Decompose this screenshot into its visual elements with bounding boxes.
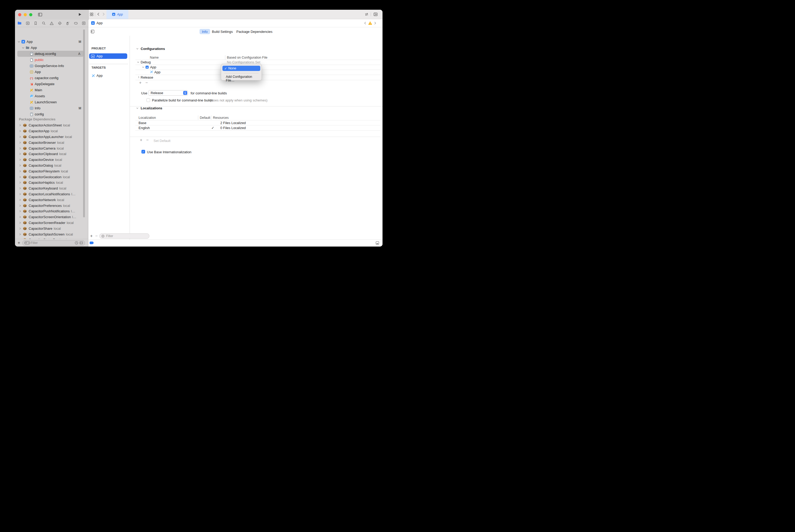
close-window-button[interactable]	[18, 13, 21, 16]
localization-row-name[interactable]: Base	[138, 121, 147, 125]
remove-target-button[interactable]: −	[95, 234, 97, 238]
tree-row-file[interactable]: Assets	[15, 93, 88, 99]
section-disclosure-icon[interactable]	[136, 107, 138, 109]
tree-row-file-selected[interactable]: debug.xconfig A	[17, 51, 83, 57]
row-disclosure-icon[interactable]	[137, 76, 140, 78]
section-disclosure-icon[interactable]	[136, 48, 138, 50]
bookmarks-navigator-icon[interactable]	[34, 21, 38, 25]
config-row-release[interactable]: Release	[141, 75, 153, 79]
column-divider[interactable]	[225, 55, 225, 60]
breakpoints-toggle[interactable]	[90, 242, 94, 244]
row-disclosure-icon[interactable]	[137, 61, 139, 63]
go-back-icon[interactable]	[96, 12, 100, 16]
package-row[interactable]: CapacitorApp local	[15, 128, 88, 134]
tab-overview-icon[interactable]	[90, 12, 94, 16]
run-button[interactable]	[78, 13, 82, 16]
issue-navigator-icon[interactable]	[50, 21, 54, 25]
menu-item-none-selected[interactable]: ✓ None	[222, 66, 260, 71]
warning-icon[interactable]	[368, 21, 372, 25]
previous-issue-icon[interactable]	[364, 22, 367, 25]
source-control-status-icon[interactable]	[79, 241, 83, 245]
package-row[interactable]: CapacitorCamera local	[15, 145, 88, 151]
package-row[interactable]: CapacitorActionSheet local	[15, 122, 88, 128]
navigator-filter-field[interactable]	[22, 240, 85, 246]
go-forward-icon[interactable]	[102, 12, 106, 16]
chevron-right-icon[interactable]	[19, 158, 21, 161]
config-row-debug-value[interactable]: No Configurations Set	[227, 60, 260, 64]
chevron-right-icon[interactable]	[19, 147, 21, 150]
target-row[interactable]: App	[92, 74, 102, 78]
zoom-window-button[interactable]	[29, 13, 32, 16]
column-divider[interactable]	[198, 115, 198, 120]
tree-row-file[interactable]: LaunchScreen	[15, 99, 88, 105]
filter-options-icon[interactable]	[24, 241, 30, 245]
package-row[interactable]: CapacitorPreferences local	[15, 203, 88, 208]
package-row[interactable]: CapacitorGeolocation local	[15, 174, 88, 180]
package-row[interactable]: CapacitorSplashScreen local	[15, 231, 88, 237]
tree-row-file[interactable]: capacitor.config	[15, 75, 88, 81]
add-configuration-button[interactable]: +	[139, 81, 141, 84]
package-row[interactable]: CapacitorFilesystem local	[15, 168, 88, 174]
chevron-right-icon[interactable]	[19, 153, 21, 155]
config-row-app-child[interactable]: App	[154, 70, 160, 74]
menu-item-add-configuration-file[interactable]: Add Configuration File…	[226, 75, 262, 82]
target-filter-input[interactable]	[106, 234, 148, 238]
disclosure-icon[interactable]	[22, 46, 24, 49]
toggle-navigator-icon[interactable]	[38, 12, 42, 17]
tab-package-dependencies[interactable]: Package Dependencies	[234, 29, 275, 34]
tree-row-file[interactable]: Main	[15, 87, 88, 93]
command-line-config-select[interactable]: Release	[148, 90, 188, 96]
hide-project-list-icon[interactable]	[91, 30, 95, 34]
chevron-right-icon[interactable]	[19, 187, 21, 190]
chevron-right-icon[interactable]	[19, 164, 21, 167]
chevron-right-icon[interactable]	[19, 233, 21, 235]
add-localization-button[interactable]: +	[140, 138, 142, 142]
package-row[interactable]: CapacitorBrowser local	[15, 139, 88, 145]
chevron-right-icon[interactable]	[19, 136, 21, 138]
tree-row-project[interactable]: App M	[15, 39, 88, 45]
package-row[interactable]: CapacitorScreenOrientation l…	[15, 214, 88, 220]
package-row[interactable]: CapacitorAppLauncher local	[15, 134, 88, 140]
localization-row-name[interactable]: English	[138, 126, 150, 130]
chevron-right-icon[interactable]	[19, 124, 21, 127]
tree-row-file[interactable]: App	[15, 69, 88, 75]
package-row[interactable]: CapacitorKeyboard local	[15, 186, 88, 191]
find-navigator-icon[interactable]	[42, 21, 46, 25]
chevron-right-icon[interactable]	[19, 170, 21, 172]
chevron-right-icon[interactable]	[19, 176, 21, 178]
disclosure-icon[interactable]	[18, 40, 20, 43]
chevron-right-icon[interactable]	[19, 130, 21, 132]
tree-row-file[interactable]: public	[15, 57, 88, 63]
add-file-button[interactable]: +	[18, 241, 20, 245]
package-row[interactable]: CapacitorNetwork local	[15, 197, 88, 203]
divider[interactable]	[130, 36, 130, 240]
tree-row-file[interactable]: Info M	[15, 105, 88, 111]
add-editor-icon[interactable]	[373, 12, 378, 17]
test-navigator-icon[interactable]	[58, 21, 62, 25]
chevron-right-icon[interactable]	[19, 227, 21, 230]
package-row[interactable]: CapacitorShare local	[15, 226, 88, 231]
chevron-right-icon[interactable]	[19, 199, 21, 201]
navigator-scrollbar[interactable]	[83, 30, 85, 217]
chevron-right-icon[interactable]	[19, 210, 21, 212]
breakpoint-navigator-icon[interactable]	[74, 21, 78, 25]
debug-navigator-icon[interactable]	[66, 21, 70, 25]
package-row[interactable]: CapacitorScreenReader local	[15, 220, 88, 226]
tab-info[interactable]: Info	[200, 29, 210, 34]
chevron-right-icon[interactable]	[19, 222, 21, 224]
minimize-window-button[interactable]	[24, 13, 27, 16]
report-navigator-icon[interactable]	[82, 21, 86, 25]
target-filter-field[interactable]	[99, 233, 149, 239]
remove-configuration-button[interactable]: −	[145, 81, 148, 84]
swap-editor-icon[interactable]	[365, 12, 368, 16]
chevron-right-icon[interactable]	[19, 141, 21, 144]
chevron-right-icon[interactable]	[19, 193, 21, 195]
project-row-selected[interactable]: App	[89, 53, 127, 59]
chevron-right-icon[interactable]	[19, 205, 21, 207]
recent-files-icon[interactable]	[75, 241, 78, 245]
add-target-button[interactable]: +	[90, 234, 93, 238]
column-divider[interactable]	[211, 115, 211, 120]
remove-localization-button[interactable]: −	[146, 138, 149, 142]
tree-row-file[interactable]: config	[15, 111, 88, 117]
tree-row-group[interactable]: App	[15, 45, 88, 51]
